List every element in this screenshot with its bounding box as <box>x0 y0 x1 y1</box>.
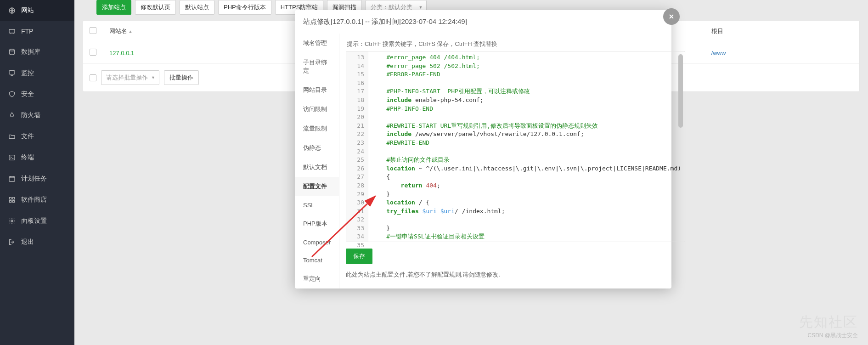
tab-ssl[interactable]: SSL <box>295 196 339 214</box>
dialog-tablist: 域名管理 子目录绑定 网站目录 访问限制 流量限制 伪静态 默认文档 配置文件 … <box>295 34 339 288</box>
tab-traffic-limit[interactable]: 流量限制 <box>295 119 339 138</box>
code-editor[interactable]: 13 14 15 16 17 18 19 20 21 22 23 24 25 2… <box>346 51 685 242</box>
config-note: 此处为站点主配置文件,若您不了解配置规则,请勿随意修改. <box>346 271 685 279</box>
code-content[interactable]: #error_page 404 /404.html; #error_page 5… <box>368 51 685 242</box>
tab-rewrite[interactable]: 伪静态 <box>295 138 339 158</box>
close-icon[interactable] <box>663 8 680 25</box>
tab-default-doc[interactable]: 默认文档 <box>295 158 339 177</box>
editor-hint: 提示：Ctrl+F 搜索关键字，Ctrl+S 保存，Ctrl+H 查找替换 <box>347 40 685 48</box>
tab-sitedir[interactable]: 网站目录 <box>295 80 339 100</box>
site-edit-dialog: 站点修改[127.0.0.1] -- 添加时间[2023-07-04 12:24… <box>295 10 671 288</box>
line-gutter: 13 14 15 16 17 18 19 20 21 22 23 24 25 2… <box>346 51 368 242</box>
scrollbar-vertical[interactable] <box>678 52 684 241</box>
dialog-title: 站点修改[127.0.0.1] -- 添加时间[2023-07-04 12:24… <box>295 10 671 34</box>
watermark: 先知社区 CSDN @黑战士安全 <box>799 313 858 339</box>
tab-domain[interactable]: 域名管理 <box>295 34 339 53</box>
tab-subdir[interactable]: 子目录绑定 <box>295 53 339 80</box>
tab-config-file[interactable]: 配置文件 <box>295 177 339 196</box>
dialog-overlay: 站点修改[127.0.0.1] -- 添加时间[2023-07-04 12:24… <box>0 0 868 345</box>
tab-php-version[interactable]: PHP版本 <box>295 214 339 233</box>
save-button[interactable]: 保存 <box>346 249 372 264</box>
editor-pane: 提示：Ctrl+F 搜索关键字，Ctrl+S 保存，Ctrl+H 查找替换 13… <box>339 34 693 288</box>
tab-access-limit[interactable]: 访问限制 <box>295 100 339 119</box>
tab-redirect[interactable]: 重定向 <box>295 269 339 288</box>
tab-composer[interactable]: Composer <box>295 233 339 251</box>
scrollbar-thumb[interactable] <box>678 54 683 128</box>
tab-tomcat[interactable]: Tomcat <box>295 251 339 269</box>
